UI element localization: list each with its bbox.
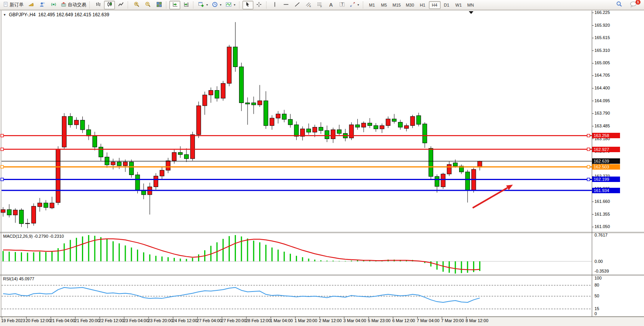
timeframe-group: M1M5M15M30H1H4D1W1MN: [366, 1, 477, 9]
fibonacci-button[interactable]: F: [314, 1, 325, 9]
candle-body: [68, 117, 72, 125]
chart-canvas[interactable]: [0, 0, 644, 326]
candle-body: [355, 125, 360, 127]
auto-scroll-button[interactable]: [169, 1, 180, 9]
candle: [362, 122, 366, 132]
toolbar: 新订单 自动交易: [0, 0, 644, 10]
candle-body: [307, 129, 311, 132]
candle-body: [178, 153, 183, 154]
account-icon: [39, 2, 45, 9]
account-button[interactable]: [37, 1, 48, 9]
auto-trading-button[interactable]: 自动交易: [59, 1, 88, 9]
candle-body: [264, 101, 268, 125]
candle: [209, 88, 213, 103]
notifications-button[interactable]: 1: [628, 1, 639, 9]
timeframe-button-mn[interactable]: MN: [465, 1, 477, 9]
timeframe-button-m5[interactable]: M5: [378, 1, 390, 9]
ohlc-values: 162.495 162.649 162.415 162.639: [38, 12, 109, 17]
level-handle[interactable]: [1, 165, 3, 168]
price-axis-label: 164.705: [594, 73, 610, 77]
arrows-button[interactable]: ▼: [348, 1, 361, 9]
search-icon: [616, 1, 622, 9]
horizontal-line-icon: [283, 2, 289, 9]
new-order-button[interactable]: 新订单: [2, 1, 25, 9]
chart-shift-button[interactable]: [181, 1, 191, 9]
level-handle[interactable]: [1, 134, 3, 137]
announcement-button[interactable]: [26, 1, 36, 9]
text-icon: A: [329, 2, 333, 8]
level-handle[interactable]: [587, 148, 590, 151]
new-order-icon: [3, 2, 9, 8]
price-axis-label: 166.225: [594, 10, 610, 15]
bar-chart-icon: [96, 2, 101, 9]
line-chart-button[interactable]: [115, 1, 126, 9]
crosshair-button[interactable]: [254, 1, 265, 9]
candle-body: [80, 120, 85, 130]
timeframe-button-m30[interactable]: M30: [403, 1, 416, 9]
rsi-axis-label: 15: [594, 306, 599, 311]
zoom-out-button[interactable]: [142, 1, 153, 9]
macd-axis-label: 0.7617: [594, 233, 608, 237]
periods-button[interactable]: ▼: [210, 1, 224, 9]
level-handle[interactable]: [1, 178, 3, 181]
signals-button[interactable]: [48, 1, 59, 9]
candle: [417, 113, 421, 126]
candle-body: [258, 101, 262, 105]
timeframe-button-w1[interactable]: W1: [453, 1, 465, 9]
candle-body: [239, 67, 244, 103]
candle: [368, 118, 372, 128]
vertical-line-button[interactable]: [270, 1, 280, 9]
chevron-down-icon[interactable]: ▼: [3, 13, 6, 17]
time-axis-label: 21 Feb 20:00: [75, 318, 100, 323]
candle: [404, 124, 408, 131]
equidistant-channel-button[interactable]: E: [303, 1, 314, 9]
bar-chart-button[interactable]: [93, 1, 104, 9]
level-handle[interactable]: [587, 165, 590, 168]
candle: [233, 22, 237, 72]
text-button[interactable]: A: [326, 1, 337, 9]
price-level-badge: 161.934: [592, 188, 620, 193]
candle: [471, 168, 476, 192]
candle-body: [172, 153, 176, 161]
text-label-button[interactable]: T: [337, 1, 348, 9]
candle-body: [453, 163, 458, 166]
timeframe-button-m1[interactable]: M1: [366, 1, 378, 9]
candle-body: [117, 162, 121, 166]
candle-body: [19, 210, 24, 223]
indicators-button[interactable]: ▼: [224, 1, 237, 9]
zoom-in-button[interactable]: [131, 1, 142, 9]
macd-indicator-label: MACD(12,26,9) -0.2790 -0.2310: [3, 234, 64, 238]
candle: [337, 125, 342, 136]
symbol-period-label: GBPJPY-,H4: [9, 12, 36, 17]
trendline-button[interactable]: [292, 1, 303, 9]
candle-body: [215, 90, 219, 98]
level-handle[interactable]: [587, 178, 590, 181]
chart-shift-marker[interactable]: [469, 11, 473, 14]
candle-body: [441, 174, 445, 187]
candle-body: [410, 117, 415, 126]
trendline-icon: [294, 2, 300, 9]
new-chart-button[interactable]: ▼: [196, 1, 210, 9]
timeframe-button-h4[interactable]: H4: [429, 1, 441, 9]
candle: [178, 146, 183, 158]
timeframe-button-m15[interactable]: M15: [390, 1, 403, 9]
candle: [374, 123, 378, 132]
level-handle[interactable]: [587, 134, 590, 137]
level-handle[interactable]: [1, 148, 3, 151]
price-level-badge: 162.199: [592, 177, 620, 182]
candle: [196, 101, 201, 138]
candlestick-chart-button[interactable]: [104, 1, 115, 9]
timeframe-button-h1[interactable]: H1: [417, 1, 429, 9]
price-level-badge: 162.503: [592, 164, 620, 170]
tile-windows-button[interactable]: [154, 1, 164, 9]
candle: [221, 81, 225, 101]
candle: [50, 197, 54, 209]
timeframe-button-d1[interactable]: D1: [441, 1, 453, 9]
cursor-button[interactable]: [243, 1, 253, 9]
horizontal-line-button[interactable]: [281, 1, 292, 9]
candle-body: [276, 114, 280, 118]
search-button[interactable]: [614, 1, 625, 9]
chart-shift-icon: [183, 2, 189, 9]
candle: [227, 45, 231, 86]
candle: [215, 86, 219, 102]
